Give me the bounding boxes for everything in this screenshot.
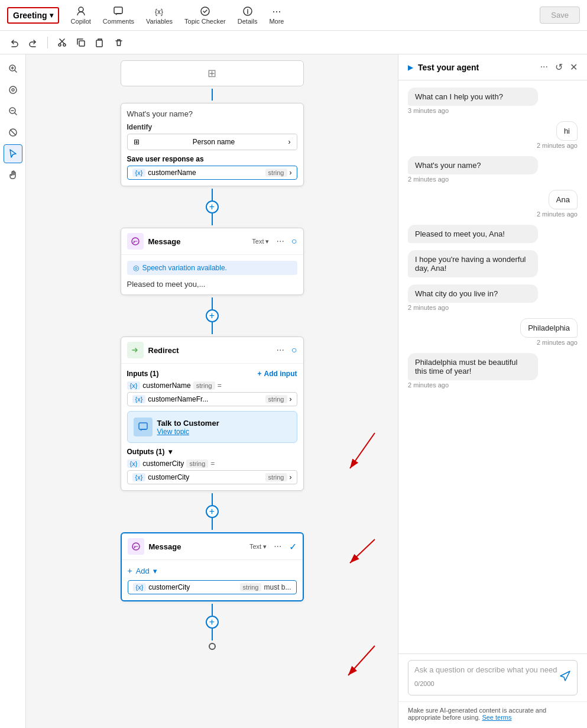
- hand-button[interactable]: [4, 166, 22, 185]
- redirect-check: ○: [291, 345, 297, 355]
- redirect-title: Redirect: [148, 346, 270, 355]
- chat-message-2: hi 2 minutes ago: [408, 121, 578, 149]
- topic-name-button[interactable]: Greeting ▾: [7, 7, 59, 24]
- output-var-name: customerCity: [142, 460, 184, 468]
- question-card-body: What's your name? Identify ⊞ Person name…: [121, 103, 303, 186]
- chevron-right-icon-3: ›: [290, 395, 292, 403]
- chat-send-button[interactable]: [559, 670, 571, 684]
- end-circle: [209, 643, 216, 650]
- chat-text-6: I hope you're having a wonderful day, An…: [415, 255, 526, 273]
- refresh-button[interactable]: ↺: [555, 62, 563, 73]
- zoom-out-icon: [8, 106, 18, 117]
- identify-label: Identify: [127, 123, 297, 131]
- chat-footer: Make sure AI-generated content is accura…: [398, 701, 587, 728]
- more-button[interactable]: ··· More: [269, 6, 284, 25]
- add-label[interactable]: Add: [136, 567, 150, 575]
- redirect-topic-box: Talk to Customer View topic: [127, 411, 297, 443]
- output-type-tag: string: [186, 460, 208, 468]
- cut-button[interactable]: [55, 35, 69, 50]
- copilot-button[interactable]: Copilot: [71, 6, 91, 25]
- chat-message-7: What city do you live in? 2 minutes ago: [408, 284, 578, 311]
- details-button[interactable]: Details: [238, 6, 258, 25]
- comments-button[interactable]: Comments: [103, 6, 134, 25]
- chevron-right-icon-2: ›: [290, 169, 292, 177]
- chat-message-3: What's your name? 2 minutes ago: [408, 156, 578, 183]
- add-node-button-3[interactable]: +: [206, 505, 219, 518]
- canvas[interactable]: ⊞ What's your name? Identify ⊞ Person na…: [26, 54, 398, 728]
- variable-box[interactable]: {x} customerName string ›: [127, 166, 297, 180]
- equals-sign: =: [218, 381, 222, 390]
- add-node-button-1[interactable]: +: [206, 200, 219, 213]
- message-card-1: Message Text ▾ ··· ○ ◎ Speech variation …: [121, 228, 304, 295]
- input-source-box[interactable]: {x} customerNameFr... string ›: [127, 392, 297, 406]
- view-topic-link[interactable]: View topic: [157, 428, 219, 436]
- footer-link[interactable]: See terms: [482, 714, 511, 721]
- copilot-icon: [76, 6, 86, 17]
- chat-input-box: Ask a question or describe what you need…: [408, 660, 578, 695]
- redo-button[interactable]: [26, 35, 40, 50]
- add-node-button-4[interactable]: +: [206, 616, 219, 629]
- output-source-box[interactable]: {x} customerCity string ›: [127, 470, 297, 484]
- chat-bubble-bot-4: I hope you're having a wonderful day, An…: [408, 250, 538, 277]
- chevron-right-icon-4: ›: [290, 473, 292, 481]
- block-button[interactable]: [4, 123, 22, 142]
- identify-value: Person name: [193, 138, 235, 146]
- message-more-1[interactable]: ···: [274, 236, 286, 247]
- paste-button[interactable]: [93, 35, 107, 50]
- chat-bubble-bot-2: What's your name?: [408, 156, 538, 174]
- undo-button[interactable]: [7, 35, 21, 50]
- speech-icon: ◎: [133, 264, 139, 272]
- connector-1: [121, 89, 304, 101]
- zoom-in-icon: [8, 63, 18, 74]
- cursor-icon: [8, 148, 18, 159]
- message-badge-2: Text ▾: [249, 543, 267, 551]
- message-2-var-box[interactable]: {x} customerCity string must b...: [128, 580, 297, 594]
- footer-text: Make sure AI-generated content is accura…: [408, 707, 546, 721]
- add-node-button-2[interactable]: +: [206, 309, 219, 322]
- top-stub-card: ⊞: [121, 60, 304, 86]
- identify-box[interactable]: ⊞ Person name ›: [127, 134, 297, 150]
- close-button[interactable]: ✕: [570, 62, 578, 73]
- connector-line-9: [212, 629, 213, 640]
- toolbar-icons-group: Copilot Comments {x} Variables Topic Che…: [71, 6, 284, 25]
- redirect-node-icon: [127, 342, 144, 358]
- topic-checker-button[interactable]: Topic Checker: [184, 6, 226, 25]
- topic-name: Talk to Customer: [157, 419, 219, 428]
- delete-button[interactable]: [112, 35, 126, 50]
- focus-icon: [8, 85, 18, 95]
- variables-button[interactable]: {x} Variables: [146, 6, 173, 25]
- message-card-2: Message Text ▾ ··· ✓ + Add ▾: [121, 532, 304, 601]
- input-source-var-name: customerNameFr...: [148, 395, 208, 403]
- chat-message-8: Philadelphia 2 minutes ago: [408, 318, 578, 346]
- copy-button[interactable]: [74, 35, 88, 50]
- add-icon: +: [128, 566, 132, 575]
- input-source-var-tag: {x}: [132, 395, 146, 403]
- main-toolbar: Greeting ▾ Copilot Comments {x} Variable…: [0, 0, 587, 31]
- chat-text-7: What city do you live in?: [415, 289, 498, 298]
- chat-text-8: Philadelphia: [528, 323, 570, 332]
- connector-2: +: [121, 189, 304, 225]
- msg2-suffix: must b...: [264, 583, 291, 591]
- redirect-more[interactable]: ···: [274, 345, 286, 355]
- redo-icon: [28, 38, 38, 47]
- more-options-button[interactable]: ···: [540, 62, 548, 73]
- redirect-card: Redirect ··· ○ Inputs (1) + Add input {x…: [121, 337, 304, 491]
- focus-button[interactable]: [4, 80, 22, 99]
- svg-point-11: [12, 89, 14, 91]
- message-text-1: Pleased to meet you,...: [127, 280, 297, 289]
- output-source-var-tag: {x}: [132, 473, 146, 481]
- chat-text-4: Ana: [556, 195, 570, 204]
- zoom-in-button[interactable]: [4, 59, 22, 78]
- chevron-right-icon: ›: [288, 138, 291, 146]
- chat-text-9: Philadelphia must be beautiful this time…: [415, 358, 517, 376]
- zoom-out-button[interactable]: [4, 102, 22, 121]
- chat-message-4: Ana 2 minutes ago: [408, 190, 578, 218]
- chevron-down-icon-3: ▾: [263, 543, 267, 551]
- add-input-button[interactable]: + Add input: [258, 370, 297, 378]
- output-source-var-name: customerCity: [148, 473, 189, 481]
- message-more-2[interactable]: ···: [271, 541, 284, 552]
- save-button[interactable]: Save: [540, 7, 580, 24]
- chat-text-1: What can I help you with?: [415, 92, 503, 101]
- chat-time-8: 2 minutes ago: [537, 339, 578, 346]
- cursor-button[interactable]: [4, 144, 22, 163]
